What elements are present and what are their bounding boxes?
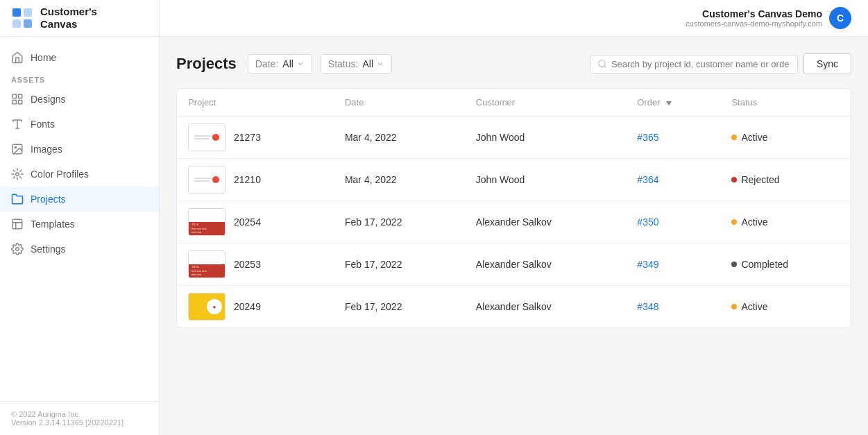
project-thumb-20254: TITLEtext text texttext text <box>188 208 225 236</box>
avatar: C <box>829 7 851 29</box>
status-label-20254: Active <box>741 216 767 228</box>
search-wrap <box>590 55 798 74</box>
project-customer-20254: Alexander Salkov <box>465 201 627 244</box>
sidebar-item-settings[interactable]: Settings <box>0 237 159 262</box>
project-date-20253: Feb 17, 2022 <box>334 244 465 286</box>
sidebar-item-images[interactable]: Images <box>0 137 159 162</box>
page-title: Projects <box>176 55 237 73</box>
project-order-20249[interactable]: #348 <box>626 286 720 328</box>
project-order-21210[interactable]: #364 <box>626 159 720 201</box>
date-filter-value: All <box>282 58 293 69</box>
project-order-21273[interactable]: #365 <box>626 117 720 159</box>
sidebar: Customer's Canvas Home ASSETS Designs Fo… <box>0 0 160 435</box>
project-status-21210: Rejected <box>720 159 851 201</box>
user-sub: customers-canvas-demo-myshopify.com <box>686 19 822 28</box>
projects-table: Project Date Customer Order Status <box>176 88 851 328</box>
project-id-21210[interactable]: 21210 <box>234 174 261 185</box>
project-status-20253: Completed <box>720 244 851 286</box>
version-text: © 2022 Aurigma Inc. Version 2.3.14.11365… <box>11 410 124 427</box>
gear-icon <box>11 243 24 255</box>
project-status-20249: Active <box>720 286 851 328</box>
col-order: Order <box>626 89 720 117</box>
order-link-20254[interactable]: #350 <box>637 216 658 228</box>
project-cell-20254: TITLEtext text texttext text 20254 <box>177 201 334 244</box>
search-input[interactable] <box>611 59 790 69</box>
sync-button[interactable]: Sync <box>803 53 851 74</box>
sidebar-footer: © 2022 Aurigma Inc. Version 2.3.14.11365… <box>0 401 159 435</box>
order-link-20249[interactable]: #348 <box>637 301 658 312</box>
svg-rect-6 <box>19 94 22 98</box>
date-filter[interactable]: Date: All <box>248 54 312 74</box>
search-bar: Sync <box>590 53 851 74</box>
svg-line-19 <box>604 66 606 68</box>
sidebar-item-color-profiles-label: Color Profiles <box>31 169 89 180</box>
project-customer-21273: John Wood <box>465 117 627 159</box>
sort-arrow-icon <box>665 100 672 107</box>
project-id-20254[interactable]: 20254 <box>234 216 261 228</box>
project-order-20253[interactable]: #349 <box>626 244 720 286</box>
main-area: Customer's Canvas Demo customers-canvas-… <box>160 0 868 435</box>
project-cell-20249: ● 20249 <box>177 286 334 328</box>
project-order-20254[interactable]: #350 <box>626 201 720 244</box>
sidebar-item-templates[interactable]: Templates <box>0 212 159 237</box>
images-icon <box>11 143 24 155</box>
status-filter-value: All <box>362 58 373 69</box>
logo-area: Customer's Canvas <box>0 0 159 37</box>
search-icon <box>597 59 607 69</box>
col-status: Status <box>720 89 851 117</box>
sidebar-item-designs[interactable]: Designs <box>0 87 159 112</box>
project-cell-20253: TITLEtext text texttext text 20253 <box>177 244 334 286</box>
order-link-21210[interactable]: #364 <box>637 174 658 185</box>
sidebar-item-settings-label: Settings <box>31 244 66 255</box>
svg-point-12 <box>15 146 16 148</box>
status-dot-21273 <box>731 135 737 140</box>
project-thumb-20253: TITLEtext text texttext text <box>188 250 225 278</box>
col-date: Date <box>334 89 465 117</box>
top-header: Customer's Canvas Demo customers-canvas-… <box>160 0 868 37</box>
status-label-21273: Active <box>741 132 767 143</box>
user-info: Customer's Canvas Demo customers-canvas-… <box>686 7 851 29</box>
sidebar-item-home-label: Home <box>31 52 56 63</box>
chevron-down-icon <box>296 60 305 68</box>
project-thumb-20249: ● <box>188 293 225 321</box>
svg-rect-5 <box>12 94 16 98</box>
page-header: Projects Date: All Status: All <box>176 53 851 74</box>
project-id-20253[interactable]: 20253 <box>234 259 261 270</box>
project-id-21273[interactable]: 21273 <box>234 132 261 143</box>
status-filter[interactable]: Status: All <box>321 54 392 74</box>
table-row: 21210 Mar 4, 2022 John Wood #364 Rejecte… <box>177 159 851 201</box>
col-project: Project <box>177 89 334 117</box>
templates-icon <box>11 218 24 230</box>
svg-rect-7 <box>19 101 22 104</box>
project-id-20249[interactable]: 20249 <box>234 301 261 312</box>
svg-point-13 <box>16 173 19 176</box>
order-link-21273[interactable]: #365 <box>637 132 658 143</box>
svg-rect-14 <box>12 219 22 229</box>
project-status-20254: Active <box>720 201 851 244</box>
project-status-21273: Active <box>720 117 851 159</box>
status-filter-label: Status: <box>328 58 359 69</box>
project-thumb-21210 <box>188 166 225 194</box>
sidebar-item-templates-label: Templates <box>31 219 75 230</box>
project-customer-20249: Alexander Salkov <box>465 286 627 328</box>
status-dot-21210 <box>731 177 737 182</box>
table-header-row: Project Date Customer Order Status <box>177 89 851 117</box>
filter-group: Date: All Status: All <box>248 54 392 74</box>
svg-rect-3 <box>12 19 21 28</box>
sidebar-item-fonts[interactable]: Fonts <box>0 112 159 137</box>
sidebar-item-color-profiles[interactable]: Color Profiles <box>0 162 159 187</box>
project-thumb-21273 <box>188 123 225 151</box>
sidebar-item-projects[interactable]: Projects <box>0 187 159 212</box>
svg-rect-1 <box>12 8 21 17</box>
project-date-20249: Feb 17, 2022 <box>334 286 465 328</box>
content-area: Projects Date: All Status: All <box>160 37 868 435</box>
table-row: 21273 Mar 4, 2022 John Wood #365 Active <box>177 117 851 159</box>
home-icon <box>11 51 24 64</box>
sidebar-item-home[interactable]: Home <box>0 45 159 70</box>
order-link-20253[interactable]: #349 <box>637 259 658 270</box>
table-row: ● 20249 Feb 17, 2022 Alexander Salkov #3… <box>177 286 851 328</box>
svg-point-17 <box>16 248 19 251</box>
project-date-21273: Mar 4, 2022 <box>334 117 465 159</box>
status-label-21210: Rejected <box>741 174 779 185</box>
designs-icon <box>11 93 24 105</box>
